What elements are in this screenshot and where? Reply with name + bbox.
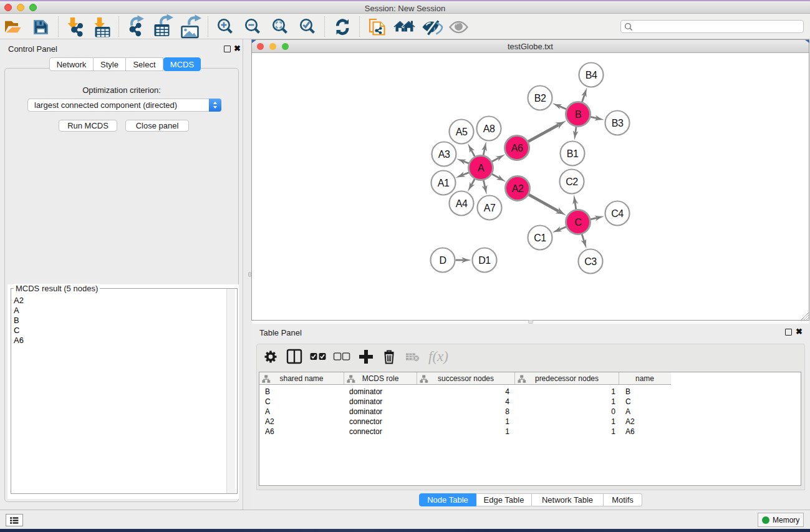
svg-text:D1: D1 <box>478 255 491 266</box>
svg-text:A8: A8 <box>483 123 495 134</box>
svg-text:A6: A6 <box>511 143 523 153</box>
svg-text:C4: C4 <box>611 208 624 219</box>
svg-text:B4: B4 <box>586 70 597 80</box>
svg-text:B1: B1 <box>567 148 579 159</box>
svg-text:C: C <box>574 217 581 228</box>
svg-text:A5: A5 <box>456 127 468 137</box>
svg-text:A3: A3 <box>438 149 450 160</box>
svg-text:D: D <box>439 255 446 266</box>
svg-text:A2: A2 <box>512 183 524 194</box>
svg-text:A7: A7 <box>484 203 496 213</box>
svg-text:A4: A4 <box>456 198 468 209</box>
svg-text:B: B <box>575 109 581 120</box>
svg-text:f(x): f(x) <box>428 349 448 364</box>
svg-text:C2: C2 <box>566 177 578 187</box>
svg-text:B3: B3 <box>612 118 624 128</box>
svg-text:C1: C1 <box>534 233 546 243</box>
svg-text:C3: C3 <box>584 256 597 267</box>
svg-text:A1: A1 <box>438 178 450 188</box>
svg-text:A: A <box>478 163 485 173</box>
svg-text:B2: B2 <box>534 93 546 104</box>
